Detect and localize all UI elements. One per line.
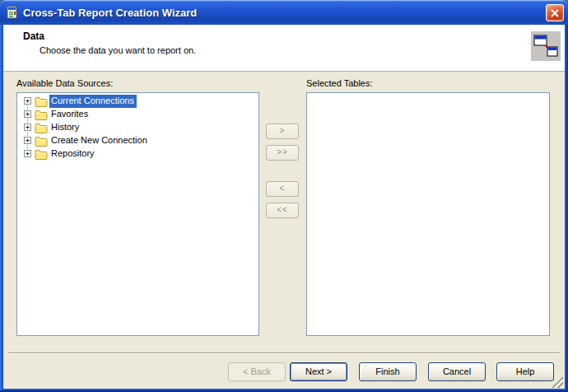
close-button[interactable]	[546, 4, 564, 21]
folder-icon	[35, 109, 48, 120]
window-title: Cross-Tab Report Creation Wizard	[23, 7, 546, 19]
remove-all-button[interactable]: <<	[266, 203, 299, 218]
folder-icon	[35, 135, 48, 147]
available-sources-label: Available Data Sources:	[16, 78, 113, 88]
expand-plus-icon[interactable]: +	[24, 97, 31, 105]
wizard-dialog: Cross-Tab Report Creation Wizard Data Ch…	[0, 0, 568, 392]
tree-item-repository[interactable]: + Repository	[17, 147, 258, 161]
tree-item-favorites[interactable]: + Favorites	[17, 108, 258, 121]
cancel-button[interactable]: Cancel	[428, 362, 486, 381]
crosstab-icon	[531, 31, 561, 61]
folder-icon	[35, 148, 48, 160]
step-title: Data	[23, 30, 44, 42]
step-subtitle: Choose the data you want to report on.	[40, 45, 196, 55]
available-sources-tree[interactable]: + Current Connections + Favorites +	[16, 92, 259, 336]
folder-icon	[35, 122, 48, 133]
remove-button[interactable]: <	[266, 181, 299, 197]
tree-item-label[interactable]: Favorites	[49, 108, 91, 121]
titlebar: Cross-Tab Report Creation Wizard	[0, 0, 568, 25]
tree-item-label[interactable]: Create New Connection	[49, 134, 150, 147]
tree-item-label[interactable]: History	[49, 121, 81, 134]
tree-item-label[interactable]: Current Connections	[49, 95, 137, 108]
tree-item-history[interactable]: + History	[17, 121, 258, 134]
back-button[interactable]: < Back	[228, 362, 286, 381]
wizard-step-header: Data Choose the data you want to report …	[3, 25, 565, 72]
selected-tables-label: Selected Tables:	[306, 78, 373, 88]
expand-plus-icon[interactable]: +	[24, 110, 31, 118]
folder-icon	[35, 96, 48, 107]
dialog-body: Data Choose the data you want to report …	[3, 25, 565, 389]
expand-plus-icon[interactable]: +	[24, 150, 31, 157]
report-document-icon	[6, 6, 19, 19]
help-button[interactable]: Help	[496, 362, 554, 381]
expand-plus-icon[interactable]: +	[24, 137, 31, 144]
add-button[interactable]: >	[266, 124, 299, 139]
add-all-button[interactable]: >>	[266, 145, 299, 161]
footer-divider	[8, 352, 560, 354]
selected-tables-list[interactable]	[306, 92, 550, 336]
expand-plus-icon[interactable]: +	[24, 124, 31, 131]
tree-item-create-new-connection[interactable]: + Create New Connection	[17, 134, 258, 147]
next-button[interactable]: Next >	[290, 362, 347, 381]
tree-item-current-connections[interactable]: + Current Connections	[17, 95, 258, 108]
finish-button[interactable]: Finish	[359, 362, 417, 381]
tree-item-label[interactable]: Repository	[49, 147, 97, 161]
